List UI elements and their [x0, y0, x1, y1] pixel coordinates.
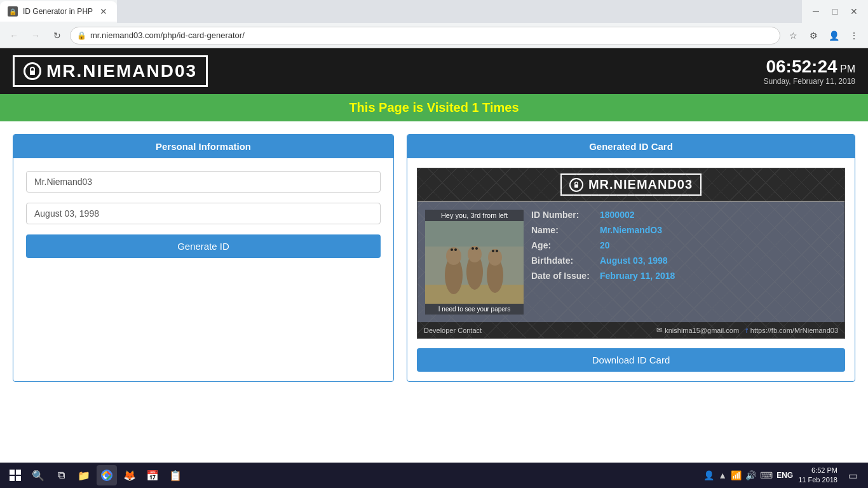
tab-close-button[interactable]: ✕ — [98, 6, 109, 17]
id-number-row: ID Number: 1800002 — [531, 210, 837, 220]
svg-point-7 — [449, 248, 458, 254]
issue-label: Date of Issue: — [531, 271, 595, 281]
meerkat-photo — [425, 221, 524, 304]
nav-right-icons: ☆ ⚙ 👤 ⋮ — [784, 27, 863, 44]
name-value: Mr.NiemandO3 — [600, 225, 662, 235]
browser-tab[interactable]: 🔒 ID Generator in PHP ✕ — [0, 1, 117, 22]
id-number-value: 1800002 — [600, 210, 635, 220]
tab-title: ID Generator in PHP — [23, 7, 93, 16]
close-button[interactable]: ✕ — [845, 3, 863, 20]
svg-point-14 — [475, 247, 478, 250]
generate-id-button[interactable]: Generate ID — [26, 234, 381, 258]
issue-value: February 11, 2018 — [600, 271, 675, 281]
ssl-lock-icon: 🔒 — [77, 31, 86, 40]
site-logo: MR.NIEMAND03 — [13, 55, 208, 87]
clock-date: Sunday, February 11, 2018 — [763, 77, 855, 86]
site-clock: 06:52:24 PM Sunday, February 11, 2018 — [763, 57, 855, 86]
svg-point-9 — [454, 248, 457, 251]
birthdate-row: Birthdate: August 03, 1998 — [531, 255, 837, 266]
birthdate-value: August 03, 1998 — [600, 255, 668, 266]
age-value: 20 — [600, 240, 610, 250]
svg-point-18 — [492, 250, 494, 252]
name-label: Name: — [531, 225, 595, 235]
browser-chrome: 🔒 ID Generator in PHP ✕ ─ □ ✕ ← → ↻ 🔒 mr… — [0, 0, 868, 435]
svg-point-19 — [496, 250, 498, 252]
address-bar[interactable]: 🔒 mr.niemand03.com/php/id-card-generator… — [70, 27, 780, 44]
id-card: MR.NIEMAND03 Hey you, 3rd from left — [417, 168, 845, 339]
url-text: mr.niemand03.com/php/id-card-generator/ — [90, 30, 245, 40]
svg-point-13 — [471, 247, 474, 250]
svg-point-12 — [470, 246, 479, 252]
age-label: Age: — [531, 240, 595, 250]
svg-point-8 — [451, 248, 453, 251]
id-card-header: Generated ID Card — [407, 135, 855, 158]
profile-button[interactable]: 👤 — [825, 27, 843, 44]
id-photo: Hey you, 3rd from left — [425, 210, 524, 315]
tab-bar: 🔒 ID Generator in PHP ✕ ─ □ ✕ — [0, 0, 868, 23]
download-id-card-button[interactable]: Download ID Card — [417, 348, 845, 372]
maximize-button[interactable]: □ — [826, 3, 844, 20]
photo-bottom-caption: I need to see your papers — [425, 304, 524, 315]
photo-top-caption: Hey you, 3rd from left — [425, 210, 524, 221]
browser-nav: ← → ↻ 🔒 mr.niemand03.com/php/id-card-gen… — [0, 23, 868, 48]
forward-button[interactable]: → — [27, 27, 44, 44]
reload-button[interactable]: ↻ — [48, 27, 66, 44]
site-header: MR.NIEMAND03 06:52:24 PM Sunday, Februar… — [0, 48, 868, 94]
id-card-body: MR.NIEMAND03 Hey you, 3rd from left — [407, 168, 855, 372]
personal-info-body: Generate ID — [13, 158, 393, 349]
age-row: Age: 20 — [531, 240, 837, 250]
logo-lock-icon — [24, 62, 41, 80]
personal-info-header: Personal Information — [13, 135, 393, 158]
card-body: Hey you, 3rd from left — [417, 202, 844, 322]
name-row: Name: Mr.NiemandO3 — [531, 225, 837, 235]
id-info: ID Number: 1800002 Name: Mr.NiemandO3 Ag… — [531, 210, 837, 315]
meerkat-svg — [425, 221, 524, 304]
clock-display: 06:52:24 PM — [763, 57, 855, 77]
svg-rect-0 — [30, 71, 35, 75]
birthdate-label: Birthdate: — [531, 255, 595, 266]
menu-button[interactable]: ⋮ — [845, 27, 863, 44]
visit-banner: This Page is Visited 1 Times — [0, 94, 868, 121]
main-area: Personal Information Generate ID Generat… — [0, 121, 868, 395]
id-card-panel: Generated ID Card — [407, 134, 855, 382]
name-input[interactable] — [26, 171, 381, 193]
clock-ampm: PM — [840, 64, 855, 74]
id-number-label: ID Number: — [531, 210, 595, 220]
page-content: MR.NIEMAND03 06:52:24 PM Sunday, Februar… — [0, 48, 868, 435]
bookmark-star-button[interactable]: ☆ — [784, 27, 802, 44]
site-logo-text: MR.NIEMAND03 — [46, 61, 197, 81]
extensions-button[interactable]: ⚙ — [804, 27, 822, 44]
dob-input[interactable] — [26, 203, 381, 224]
back-button[interactable]: ← — [5, 27, 23, 44]
issue-date-row: Date of Issue: February 11, 2018 — [531, 271, 837, 281]
svg-point-17 — [491, 249, 499, 255]
logo-box: MR.NIEMAND03 — [13, 55, 208, 87]
clock-time: 06:52:24 — [766, 57, 837, 76]
minimize-button[interactable]: ─ — [807, 3, 825, 20]
personal-info-panel: Personal Information Generate ID — [13, 134, 394, 382]
tab-favicon: 🔒 — [8, 6, 18, 17]
